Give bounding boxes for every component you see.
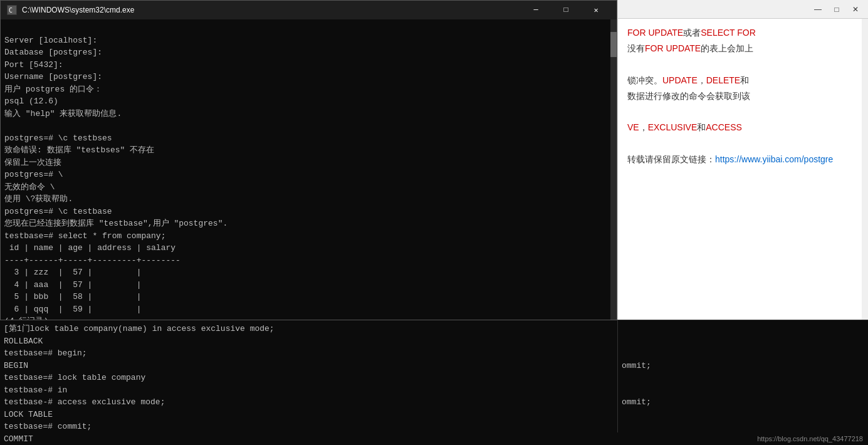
cmd-bottom-content: [第1门lock table company(name) in access e… (0, 320, 617, 445)
close-button[interactable]: ✕ (582, 1, 610, 19)
right-panel-content: FOR UPDATE或者SELECT FOR 没有FOR UPDATE的表上会加… (618, 19, 868, 326)
minimize-button[interactable]: — (521, 1, 550, 19)
cmd-title-text: C:\WINDOWS\system32\cmd.exe (22, 6, 134, 14)
right-panel-top: — □ ✕ FOR UPDATE或者SELECT FOR 没有FOR UPDAT… (617, 0, 868, 326)
svg-text:C: C (9, 7, 13, 14)
rp-line-2: 没有FOR UPDATE的表上会加上 (627, 41, 859, 56)
rp-line-3: 锁冲突。UPDATE，DELETE和 (627, 73, 859, 88)
rp-line-5: VE，EXCLUSIVE和ACCESS (627, 120, 859, 135)
right-maximize-button[interactable]: □ (827, 3, 846, 16)
cmd-text-top: Server [localhost]: Database [postgres]:… (4, 22, 613, 325)
right-close-button[interactable]: ✕ (846, 3, 865, 16)
rp-line-6: 转载请保留原文链接：https://www.yiibai.com/postgre (627, 152, 859, 167)
footer-link[interactable]: https://blog.csdn.net/qq_43477218 (757, 435, 863, 442)
right-panel-scrollbar[interactable] (862, 19, 868, 326)
cmd-scrollbar-top[interactable] (610, 19, 617, 325)
cmd-content-top: Server [localhost]: Database [postgres]:… (1, 19, 617, 325)
cmd-icon: C (7, 5, 17, 15)
cmd-line-1: Server [localhost]: Database [postgres]:… (4, 36, 227, 326)
right-panel-bottom: ommit; ommit; https://blog.csdn.net/qq_4… (617, 320, 868, 445)
titlebar-buttons: — □ ✕ (521, 1, 610, 19)
right-minimize-button[interactable]: — (808, 3, 827, 16)
titlebar-left: C C:\WINDOWS\system32\cmd.exe (7, 5, 134, 15)
rp-line-1: FOR UPDATE或者SELECT FOR (627, 25, 859, 41)
cmd-titlebar-top: C C:\WINDOWS\system32\cmd.exe — □ ✕ (1, 1, 617, 19)
cmd-scrollbar-thumb-top[interactable] (610, 32, 617, 57)
rp-line-4: 数据进行修改的命令会获取到该 (627, 88, 859, 104)
bottom-right-footer: https://blog.csdn.net/qq_43477218 (617, 432, 868, 445)
rp-link[interactable]: https://www.yiibai.com/postgre (715, 154, 833, 164)
right-panel-bottom-text: ommit; ommit; (622, 361, 651, 407)
right-panel-titlebar: — □ ✕ (618, 0, 868, 19)
right-panel-bottom-content: ommit; ommit; (618, 320, 868, 411)
maximize-button[interactable]: □ (552, 1, 580, 19)
cmd-window-bottom: [第1门lock table company(name) in access e… (0, 320, 617, 445)
cmd-window-top[interactable]: C C:\WINDOWS\system32\cmd.exe — □ ✕ Serv… (0, 0, 617, 326)
cmd-bottom-text: [第1门lock table company(name) in access e… (4, 324, 275, 445)
